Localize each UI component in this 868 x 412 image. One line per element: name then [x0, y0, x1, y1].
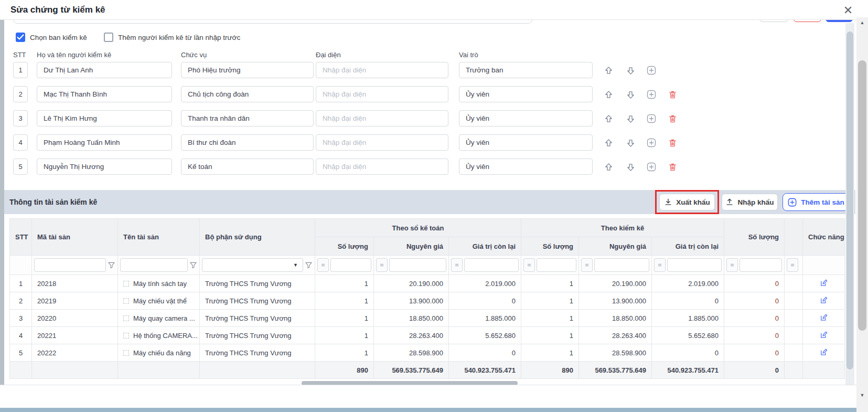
add-asset-button[interactable]: Thêm tài sản [783, 193, 849, 211]
equals-operator-button[interactable]: = [654, 258, 666, 272]
select-committee-checkbox[interactable] [16, 33, 25, 42]
tree-handle-icon[interactable] [123, 315, 129, 321]
acc-qty-filter-input[interactable] [330, 258, 371, 272]
cell-stt: 2 [10, 292, 32, 310]
qty-filter-input[interactable] [740, 258, 782, 272]
move-up-icon[interactable] [602, 112, 615, 125]
modal-body-scrollbar-thumb[interactable] [846, 31, 853, 369]
member-name-input[interactable] [37, 134, 172, 151]
equals-operator-button[interactable]: = [376, 258, 388, 272]
total-spacer [785, 362, 803, 379]
tree-handle-icon[interactable] [123, 281, 129, 287]
tree-handle-icon[interactable] [123, 333, 129, 339]
move-up-icon[interactable] [602, 88, 615, 101]
delete-row-icon[interactable] [666, 112, 679, 125]
move-down-icon[interactable] [624, 136, 637, 149]
add-row-icon[interactable] [645, 88, 658, 101]
inv-price-filter-input[interactable] [594, 258, 649, 272]
window-scrollbar[interactable]: ▲ ▼ [856, 17, 868, 412]
edit-icon[interactable] [819, 295, 828, 304]
edit-icon[interactable] [819, 330, 828, 339]
delete-row-icon[interactable] [666, 88, 679, 101]
acc-price-filter-input[interactable] [389, 258, 446, 272]
member-representative-input[interactable] [316, 159, 448, 175]
member-name-input[interactable] [37, 62, 172, 78]
filter-funnel-icon[interactable] [305, 261, 313, 269]
member-role-input[interactable] [459, 62, 593, 78]
move-up-icon[interactable] [602, 161, 615, 173]
add-previous-checkbox[interactable] [104, 33, 113, 42]
add-row-icon[interactable] [645, 112, 658, 125]
cell-actions [803, 275, 845, 292]
close-icon[interactable]: ✕ [841, 3, 855, 18]
name-filter-input[interactable] [120, 258, 188, 272]
cell-qty[interactable]: 0 [724, 292, 785, 310]
member-name-input[interactable] [37, 159, 172, 175]
modal-body-scrollbar[interactable] [845, 23, 854, 385]
member-representative-input[interactable] [316, 62, 448, 78]
cell-acc-remain: 0 [449, 292, 521, 310]
asset-table: STT Mã tài sản Tên tài sản Bộ phận sử dụ… [9, 218, 845, 379]
delete-row-icon[interactable] [666, 161, 679, 173]
equals-operator-button[interactable]: = [317, 258, 329, 272]
asset-row: 1 20218 Máy tính sách tay Trường THCS Tr… [10, 275, 845, 292]
import-button[interactable]: Nhập khẩu [722, 194, 778, 210]
move-up-icon[interactable] [602, 136, 615, 149]
member-name-input[interactable] [37, 86, 172, 102]
dropdown-caret-icon[interactable]: ▼ [293, 262, 298, 268]
member-role-input[interactable] [459, 134, 593, 151]
asset-name-text: Máy chiếu vật thể [133, 297, 187, 305]
member-name-input[interactable] [37, 110, 172, 126]
member-representative-input[interactable] [316, 110, 448, 126]
inv-remain-filter-input[interactable] [667, 258, 722, 272]
edit-icon[interactable] [819, 313, 828, 322]
member-position-input[interactable] [181, 62, 314, 78]
acc-remain-filter-input[interactable] [464, 258, 519, 272]
move-down-icon[interactable] [624, 112, 637, 125]
tree-handle-icon[interactable] [123, 298, 129, 304]
edit-icon[interactable] [819, 347, 828, 356]
cell-qty[interactable]: 0 [724, 310, 785, 327]
add-row-icon[interactable] [645, 64, 658, 77]
edit-icon[interactable] [819, 278, 828, 287]
scroll-down-arrow-icon[interactable]: ▼ [856, 391, 868, 399]
add-row-icon[interactable] [645, 136, 658, 149]
move-down-icon[interactable] [624, 88, 637, 101]
filter-inv-price-cell: = [579, 256, 652, 275]
equals-operator-button[interactable]: = [726, 258, 738, 272]
export-button[interactable]: Xuất khẩu [659, 194, 715, 210]
department-filter-select[interactable]: ▼ [202, 258, 303, 272]
filter-funnel-icon[interactable] [189, 261, 197, 269]
window-scrollbar-thumb[interactable] [858, 60, 866, 331]
move-down-icon[interactable] [624, 64, 637, 77]
member-representative-input[interactable] [316, 134, 448, 151]
scroll-up-arrow-icon[interactable]: ▲ [856, 18, 868, 27]
cell-acc-qty: 1 [315, 344, 374, 362]
move-up-icon[interactable] [602, 64, 615, 77]
download-icon [664, 198, 672, 206]
move-down-icon[interactable] [624, 161, 637, 173]
cell-qty[interactable]: 0 [724, 344, 785, 362]
col-code: Mã tài sản [32, 219, 118, 256]
total-name [118, 362, 200, 379]
equals-operator-button[interactable]: = [451, 258, 463, 272]
add-row-icon[interactable] [645, 161, 658, 173]
member-role-input[interactable] [459, 86, 593, 102]
member-position-input[interactable] [181, 110, 314, 126]
member-position-input[interactable] [181, 159, 314, 175]
equals-operator-button[interactable]: = [787, 258, 798, 272]
filter-funnel-icon[interactable] [108, 261, 115, 269]
member-role-input[interactable] [459, 110, 593, 126]
member-position-input[interactable] [181, 86, 314, 102]
cell-qty[interactable]: 0 [724, 327, 785, 344]
tree-handle-icon[interactable] [123, 350, 129, 356]
equals-operator-button[interactable]: = [581, 258, 593, 272]
delete-row-icon[interactable] [666, 136, 679, 149]
member-position-input[interactable] [181, 134, 314, 151]
equals-operator-button[interactable]: = [523, 258, 535, 272]
cell-qty[interactable]: 0 [724, 275, 785, 292]
code-filter-input[interactable] [34, 258, 106, 272]
member-role-input[interactable] [459, 159, 593, 175]
inv-qty-filter-input[interactable] [537, 258, 576, 272]
member-representative-input[interactable] [316, 86, 448, 102]
